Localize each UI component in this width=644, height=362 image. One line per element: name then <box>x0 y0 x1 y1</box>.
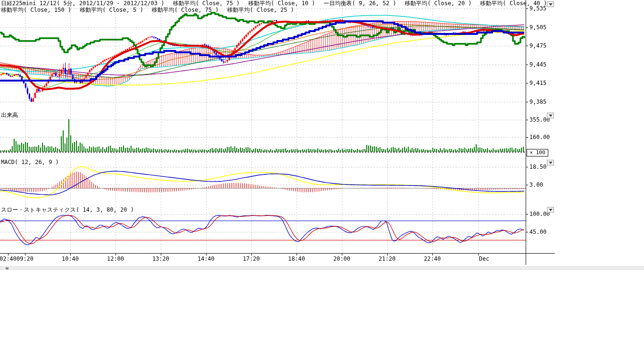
price-axis-label: 9,385 <box>529 99 546 105</box>
price-axis-label: 9,415 <box>529 80 546 86</box>
macd-pane-dropdown-button[interactable] <box>547 160 554 165</box>
volume-axis-label: 160.00 <box>529 134 550 140</box>
time-axis-label: 17:20 <box>241 255 262 262</box>
price-axis-label: 9,475 <box>529 42 546 49</box>
time-axis-label: 14:40 <box>196 255 216 262</box>
stochastics-pane-label: スロー・ストキャスティクス( 14, 3, 80, 20 ) <box>1 206 134 214</box>
price-axis-label: 9,535 <box>529 5 546 12</box>
time-axis-label: 09:20 <box>15 255 35 262</box>
time-axis-label: 21:20 <box>377 255 397 262</box>
price-axis-label: 9,505 <box>529 24 546 31</box>
legend-line-2: 移動平均( Close, 150 )移動平均( Close, 5 )移動平均( … <box>1 7 303 13</box>
price-pane-dropdown-button[interactable] <box>547 1 554 7</box>
legend-line-1: 日経225mini 12/12( 5分, 2012/11/29 - 2012/1… <box>1 0 555 7</box>
legend-ma10: 移動平均( Close, 10 ) <box>248 0 315 7</box>
volume-multiplier-badge: × 100 <box>527 149 548 156</box>
legend-ichimoku: 一目均衡表( 9, 26, 52 ) <box>324 0 396 7</box>
volume-pane-label: 出来高 <box>1 111 18 119</box>
stochastics-pane-dropdown-button[interactable] <box>547 207 554 213</box>
legend-ma5: 移動平均( Close, 5 ) <box>80 7 143 13</box>
time-axis-label: 20:00 <box>331 255 352 262</box>
macd-axis-label: 18.50 <box>529 164 546 170</box>
time-axis-label: 12:00 <box>105 255 126 262</box>
chart-title: 日経225mini 12/12( 5分, 2012/11/29 - 2012/1… <box>1 0 165 7</box>
legend-ma25: 移動平均( Close, 25 ) <box>227 7 294 13</box>
horizontal-scrollbar[interactable] <box>0 266 644 270</box>
time-axis-label: 22:40 <box>422 255 443 262</box>
chart-application-window: 日経225mini 12/12( 5分, 2012/11/29 - 2012/1… <box>0 0 644 362</box>
time-axis-label: 13:20 <box>150 255 171 262</box>
macd-pane-label: MACD( 12, 26, 9 ) <box>1 159 59 165</box>
legend-ma75b: 移動平均( Close, 75 ) <box>152 7 219 13</box>
legend-ma150: 移動平均( Close, 150 ) <box>1 7 71 13</box>
legend-ma20: 移動平均( Close, 20 ) <box>405 0 471 7</box>
stochastics-axis-label: 45.00 <box>529 229 546 235</box>
price-axis-label: 9,445 <box>529 61 546 68</box>
time-axis-label-dec: Dec <box>479 255 500 262</box>
price-volume-macd-stochastics-chart-canvas <box>0 0 556 271</box>
time-axis-label: 18:40 <box>286 255 307 262</box>
volume-pane-dropdown-button[interactable] <box>547 113 554 118</box>
legend-ma75: 移動平均( Close, 75 ) <box>173 0 240 7</box>
macd-axis-label: 3.00 <box>529 181 543 188</box>
time-axis-label: 10:40 <box>60 255 81 262</box>
scrollbar-thumb[interactable] <box>6 267 8 270</box>
